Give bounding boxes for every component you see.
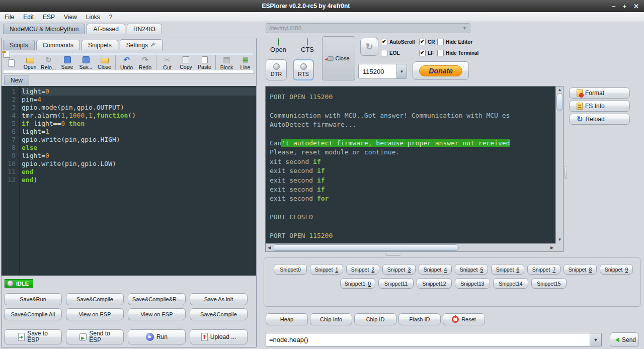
chip-id-button[interactable]: Chip ID: [354, 313, 396, 325]
send-to-esp-button[interactable]: Send toESP: [66, 329, 124, 344]
reload-blue-icon: ↻: [577, 116, 583, 123]
snippet7-button[interactable]: Snippet7: [527, 264, 560, 275]
snippet2-button[interactable]: Snippet2: [346, 264, 379, 275]
close-port-button[interactable]: Close: [322, 36, 355, 80]
heap-button[interactable]: Heap: [266, 313, 308, 325]
send-button[interactable]: Send: [610, 332, 639, 347]
tab-rn2483[interactable]: RN2483: [127, 24, 162, 34]
serial-terminal[interactable]: PORT OPEN 115200 Communication with MCU.…: [266, 86, 555, 243]
terminal-segment: exit second: [270, 177, 317, 184]
menu-[interactable]: ?: [105, 13, 117, 22]
menu-edit[interactable]: Edit: [19, 13, 38, 22]
vertical-splitter-handle[interactable]: [565, 166, 567, 179]
chevron-down-icon[interactable]: ▼: [590, 333, 602, 346]
scroll-up-icon[interactable]: ▲: [556, 86, 564, 94]
tab-commands[interactable]: Commands: [36, 40, 80, 50]
cr-checkbox[interactable]: CR: [419, 39, 435, 45]
checkbox-icon[interactable]: [381, 50, 387, 56]
horizontal-splitter-handle[interactable]: [385, 253, 400, 256]
snippet1-button[interactable]: Snippet1: [310, 264, 343, 275]
vscroll-thumb[interactable]: [556, 94, 563, 111]
snippet4-button[interactable]: Snippet4: [419, 264, 452, 275]
save-compile-button[interactable]: Save&Compile: [66, 293, 124, 305]
snippet12-button[interactable]: Snippet12: [417, 278, 452, 289]
snippet3-button[interactable]: Snippet3: [382, 264, 416, 275]
baud-rate-select[interactable]: 115200 ▼: [358, 64, 407, 79]
snippet5-button[interactable]: Snippet5: [455, 264, 488, 275]
line-comment-button[interactable]: ≣Line: [236, 56, 255, 70]
tab-scripts[interactable]: Scripts: [3, 40, 35, 50]
close-button[interactable]: ✕: [633, 3, 639, 10]
menu-view[interactable]: View: [59, 13, 82, 22]
fs-info-button[interactable]: FS Info: [569, 101, 630, 112]
checkbox-icon[interactable]: [381, 39, 387, 45]
dtr-button[interactable]: DTR: [266, 59, 287, 80]
run-button[interactable]: ▶Run: [128, 329, 186, 344]
serial-port-select[interactable]: /dev/ttyUSB0 ▼: [266, 23, 470, 33]
snippet9-button[interactable]: Snippet9: [600, 264, 633, 275]
terminal-line: exit second if: [270, 166, 555, 176]
donate-button[interactable]: Donate: [413, 61, 469, 80]
code-segment: function: [97, 112, 128, 119]
terminal-hscrollbar[interactable]: ◀ ▶: [266, 243, 555, 251]
save-as-init-button[interactable]: Save As init: [190, 293, 248, 305]
hide-editor-checkbox[interactable]: Hide Editor: [437, 39, 478, 45]
new-file-button[interactable]: [2, 59, 21, 67]
checkbox-icon[interactable]: [419, 50, 426, 56]
save-compile-r-button[interactable]: Save&Compile&R...: [128, 293, 186, 305]
snippet10-button[interactable]: Snippet10: [340, 278, 375, 289]
snippet11-button[interactable]: Snippet11: [378, 278, 414, 289]
refresh-ports-button[interactable]: ↻: [360, 38, 378, 56]
hide-terminal-checkbox[interactable]: Hide Terminal: [437, 50, 478, 56]
terminal-vscrollbar[interactable]: ▲ ▼: [555, 86, 563, 243]
snippet14-button[interactable]: Snippet14: [493, 278, 528, 289]
flash-id-button[interactable]: Flash ID: [398, 313, 441, 325]
open-button[interactable]: Open: [21, 56, 39, 70]
reset-button[interactable]: Reset: [443, 313, 485, 325]
save-run-button[interactable]: Save&Run: [4, 293, 62, 305]
snippet15-button[interactable]: Snippet15: [531, 278, 567, 289]
menu-file[interactable]: File: [0, 13, 19, 22]
snippet13-button[interactable]: Snippet13: [455, 278, 490, 289]
view-on-esp-button[interactable]: View on ESP: [128, 308, 186, 320]
format-button[interactable]: Format: [569, 88, 630, 99]
checkbox-icon[interactable]: [419, 39, 426, 45]
view-on-esp-button[interactable]: View on ESP: [66, 308, 124, 320]
tab-at-based[interactable]: AT-based: [87, 24, 125, 34]
menu-esp[interactable]: ESP: [38, 13, 59, 22]
save-to-esp-button[interactable]: Save toESP: [4, 329, 62, 344]
rts-button[interactable]: RTS: [293, 59, 314, 80]
snippet6-button[interactable]: Snippet6: [491, 264, 524, 275]
tab-new-file[interactable]: New: [4, 75, 29, 85]
save-button[interactable]: Save: [58, 56, 76, 70]
maximize-button[interactable]: +: [623, 3, 627, 10]
snippet8-button[interactable]: Snippet8: [564, 264, 597, 275]
undo-button[interactable]: ↶Undo: [117, 56, 136, 70]
upload-button[interactable]: Upload ...: [190, 329, 248, 344]
lf-checkbox[interactable]: LF: [419, 50, 435, 56]
tab-nodemcu-micropython[interactable]: NodeMCU & MicroPython: [3, 24, 85, 34]
checkbox-icon[interactable]: [437, 50, 444, 56]
code-area[interactable]: light=0pin=4gpio.mode(pin,gpio.OUTPUT)tm…: [20, 86, 256, 276]
minimize-button[interactable]: −: [612, 3, 616, 10]
command-input[interactable]: [266, 333, 590, 346]
tab-settings[interactable]: Settings: [120, 39, 163, 50]
paste-button[interactable]: Paste: [195, 56, 214, 70]
code-segment: light==: [30, 120, 61, 127]
checkbox-icon[interactable]: [437, 39, 444, 45]
save-compile-all-button[interactable]: Save&Compile All: [4, 308, 62, 320]
save-compile-button[interactable]: Save&Compile: [190, 308, 248, 320]
code-editor[interactable]: 123456789101112 light=0pin=4gpio.mode(pi…: [2, 86, 256, 276]
hscroll-thumb[interactable]: [273, 244, 459, 251]
tab-snippets[interactable]: Snippets: [82, 40, 118, 50]
code-line: if light==0 then: [22, 120, 256, 128]
eol-checkbox[interactable]: EOL: [381, 50, 415, 56]
scroll-down-icon[interactable]: ▼: [556, 236, 564, 243]
menu-links[interactable]: Links: [82, 13, 105, 22]
snippet0-button[interactable]: Snippet0: [274, 264, 307, 275]
scroll-left-icon[interactable]: ◀: [266, 244, 273, 251]
autoscroll-checkbox[interactable]: AutoScroll: [381, 39, 415, 45]
scroll-right-icon[interactable]: ▶: [548, 244, 555, 251]
reload-fs-button[interactable]: ↻Reload: [569, 114, 630, 125]
chip-info-button[interactable]: Chip Info: [310, 313, 352, 325]
